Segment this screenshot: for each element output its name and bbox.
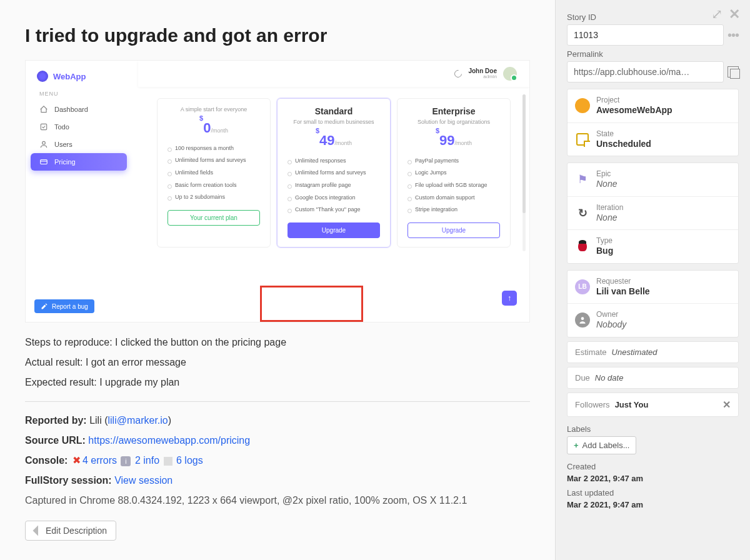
mock-logo: WebApp (37, 71, 121, 82)
home-icon (39, 105, 48, 114)
mock-content: John Doe admin A simple start for everyo… (138, 61, 529, 322)
reporter-email-link[interactable]: lili@marker.io (108, 415, 168, 426)
state-row[interactable]: StateUnscheduled (568, 123, 738, 156)
epic-row[interactable]: ⚑ EpicNone (568, 163, 738, 197)
fullstory-link[interactable]: View session (114, 475, 172, 486)
more-icon[interactable]: ••• (728, 28, 739, 42)
console-errors-link[interactable]: 4 errors (82, 455, 117, 466)
plan-standard: Standard For small to medium businesses … (277, 98, 391, 248)
svg-point-1 (42, 141, 46, 144)
mock-user: John Doe admin (468, 68, 497, 80)
project-icon (575, 98, 590, 113)
svg-point-3 (581, 318, 584, 321)
created-label: Created (567, 462, 739, 471)
expand-icon[interactable]: ⤢ (711, 6, 722, 22)
console-logs-link[interactable]: 6 logs (176, 455, 203, 466)
upgrade-enterprise-button: Upgrade (408, 222, 500, 238)
svg-rect-0 (41, 124, 46, 129)
plan-enterprise: Enterprise Solution for big organization… (397, 98, 511, 248)
mock-nav-todo: Todo (31, 118, 127, 136)
due-row[interactable]: DueNo date (567, 367, 739, 389)
mock-menu-label: MENU (39, 91, 118, 97)
highlight-annotation (260, 286, 363, 322)
add-labels-button[interactable]: + Add Labels... (567, 436, 636, 454)
mock-nav-users: Users (31, 136, 127, 153)
project-row[interactable]: ProjectAwesomeWebApp (568, 89, 738, 123)
mock-sidebar: WebApp MENU Dashboard Todo Users Pri (26, 61, 132, 322)
iteration-row[interactable]: ↻ IterationNone (568, 197, 738, 231)
edit-description-button[interactable]: Edit Description (25, 521, 116, 541)
owner-row[interactable]: OwnerNobody (568, 304, 738, 337)
current-plan-button: Your current plan (168, 210, 260, 226)
source-url-link[interactable]: https://awesomewebapp.com/pricing (88, 435, 250, 446)
check-square-icon (39, 122, 48, 131)
user-icon (575, 312, 590, 328)
mock-nav-dashboard: Dashboard (31, 101, 127, 118)
estimate-row[interactable]: EstimateUnestimated (567, 341, 739, 363)
description: Steps to reproduce: I clicked the button… (25, 335, 530, 541)
iteration-icon: ↻ (575, 206, 590, 221)
screenshot-attachment[interactable]: WebApp MENU Dashboard Todo Users Pri (25, 60, 530, 322)
capture-info: Captured in Chrome 88.0.4324.192, 1223 x… (25, 493, 530, 508)
mock-topbar: John Doe admin (138, 61, 529, 87)
avatar: LB (575, 279, 590, 294)
followers-row[interactable]: FollowersJust You ✕ (567, 392, 739, 417)
state-icon (576, 133, 589, 146)
close-icon[interactable]: ✕ (729, 6, 740, 22)
permalink-label: Permalink (567, 49, 739, 59)
copy-icon[interactable] (728, 66, 739, 78)
remove-follower-icon[interactable]: ✕ (722, 399, 731, 411)
side-panel: ⤢ ✕ Story ID 11013 ••• Permalink https:/… (555, 0, 750, 560)
permalink-input[interactable]: https://app.clubhouse.io/ma… (567, 61, 724, 82)
bug-icon (576, 240, 589, 252)
type-row[interactable]: TypeBug (568, 230, 738, 263)
plan-basic: A simple start for everyone $0/month 100… (157, 98, 271, 248)
svg-rect-2 (41, 160, 48, 164)
updated-value: Mar 2 2021, 9:47 am (567, 500, 739, 509)
page-title: I tried to upgrade and got an error (25, 25, 530, 46)
mock-nav-pricing: Pricing (31, 153, 127, 171)
flag-icon: ⚑ (575, 172, 590, 187)
pencil-icon (41, 302, 48, 310)
user-icon (39, 140, 48, 149)
avatar (503, 67, 517, 81)
upgrade-standard-button: Upgrade (288, 222, 380, 238)
scroll-top-button: ↑ (502, 291, 517, 306)
story-id-input[interactable]: 11013 (567, 24, 724, 46)
console-info-link[interactable]: 2 info (135, 455, 159, 466)
labels-heading: Labels (567, 424, 739, 434)
created-value: Mar 2 2021, 9:47 am (567, 474, 739, 483)
pencil-icon (33, 526, 44, 536)
updated-label: Last updated (567, 488, 739, 498)
notes-icon (164, 457, 172, 466)
report-bug-badge: Report a bug (34, 299, 94, 313)
plus-icon: + (574, 441, 579, 450)
requester-row[interactable]: LB RequesterLili van Belle (568, 271, 738, 304)
info-icon: i (121, 456, 131, 466)
card-icon (39, 158, 48, 166)
scrollbar (522, 94, 526, 251)
moon-icon (453, 69, 464, 79)
